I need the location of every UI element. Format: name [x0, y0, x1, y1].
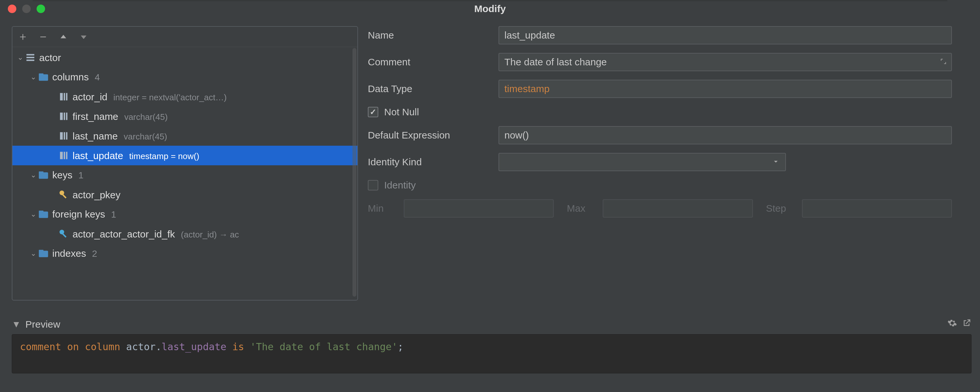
name-label: Name — [368, 30, 492, 41]
datatype-field[interactable]: timestamp — [498, 80, 952, 98]
step-field[interactable] — [802, 199, 952, 218]
minimize-window-button[interactable] — [22, 5, 31, 13]
tree-columns-count: 4 — [95, 72, 100, 82]
zoom-window-button[interactable] — [37, 5, 45, 13]
svg-rect-16 — [64, 152, 65, 159]
svg-rect-4 — [39, 75, 48, 81]
max-field[interactable] — [603, 199, 752, 218]
window-title: Modify — [474, 3, 506, 14]
max-label: Max — [567, 203, 590, 214]
svg-rect-15 — [60, 152, 63, 159]
close-window-button[interactable] — [8, 5, 16, 13]
svg-rect-26 — [39, 251, 48, 257]
svg-rect-2 — [26, 56, 35, 59]
titlebar: Modify — [0, 0, 980, 18]
notnull-checkbox[interactable] — [368, 107, 378, 117]
tree-column-item[interactable]: first_name varchar(45) — [13, 107, 357, 126]
min-field[interactable] — [404, 199, 554, 218]
min-label: Min — [368, 203, 391, 214]
folder-icon — [38, 169, 49, 181]
gear-icon[interactable] — [947, 318, 957, 330]
svg-rect-10 — [64, 113, 65, 120]
folder-icon — [38, 248, 49, 259]
identity-range-row: Min Max Step — [368, 199, 952, 218]
svg-rect-18 — [39, 172, 48, 179]
tree-foreignkey-item[interactable]: actor_actor_actor_id_fk (actor_id) → ac — [13, 224, 357, 244]
open-in-new-icon[interactable] — [962, 318, 972, 330]
column-icon — [58, 111, 69, 122]
svg-rect-9 — [60, 113, 63, 120]
svg-rect-0 — [40, 36, 46, 37]
preview-section: ▼ Preview comment on column actor.last_u… — [12, 318, 972, 373]
svg-rect-12 — [60, 132, 63, 140]
svg-rect-6 — [60, 93, 63, 100]
svg-rect-25 — [62, 234, 67, 238]
default-expression-field[interactable]: now() — [498, 126, 952, 144]
svg-rect-21 — [62, 194, 67, 199]
svg-rect-14 — [66, 132, 67, 140]
tree-columns-folder[interactable]: ⌄ columns 4 — [13, 67, 357, 87]
svg-rect-5 — [39, 73, 43, 75]
caret-down-icon[interactable]: ⌄ — [16, 54, 25, 61]
traffic-lights — [8, 5, 45, 13]
foreign-key-icon — [58, 228, 69, 239]
svg-rect-19 — [39, 172, 43, 174]
preview-sql[interactable]: comment on column actor.last_update is '… — [12, 334, 972, 373]
svg-rect-17 — [66, 152, 67, 159]
identity-kind-label: Identity Kind — [368, 156, 492, 167]
caret-down-icon[interactable]: ⌄ — [29, 73, 38, 81]
tree-toolbar — [13, 27, 357, 47]
column-icon — [58, 91, 69, 102]
caret-down-icon[interactable]: ⌄ — [29, 210, 38, 218]
tree-table-node[interactable]: ⌄ actor — [13, 48, 357, 67]
svg-rect-8 — [66, 93, 67, 100]
column-icon — [58, 130, 69, 142]
svg-rect-1 — [26, 54, 35, 56]
structure-tree-panel: ⌄ actor ⌄ columns 4 — [12, 26, 358, 301]
svg-rect-3 — [26, 59, 35, 61]
preview-label: Preview — [25, 319, 60, 330]
preview-header: ▼ Preview — [12, 318, 972, 330]
column-icon — [58, 150, 69, 161]
add-icon[interactable] — [18, 32, 28, 42]
tree-keys-folder[interactable]: ⌄ keys 1 — [13, 165, 357, 185]
tree-key-item[interactable]: actor_pkey — [13, 185, 357, 204]
svg-rect-13 — [64, 132, 65, 140]
table-icon — [25, 52, 36, 63]
folder-icon — [38, 209, 49, 220]
structure-tree[interactable]: ⌄ actor ⌄ columns 4 — [13, 47, 357, 264]
name-field[interactable]: last_update — [498, 26, 952, 45]
expand-icon[interactable] — [940, 56, 947, 68]
svg-rect-11 — [66, 113, 67, 120]
tree-column-item[interactable]: actor_id integer = nextval('actor_act…) — [13, 87, 357, 107]
key-icon — [58, 189, 69, 200]
modify-dialog: Modify — [0, 0, 980, 392]
move-down-icon[interactable] — [78, 32, 89, 42]
tree-column-item[interactable]: last_name varchar(45) — [13, 126, 357, 146]
notnull-label: Not Null — [384, 107, 419, 118]
svg-rect-22 — [39, 212, 48, 218]
caret-down-icon[interactable]: ▼ — [12, 319, 21, 330]
tree-table-name: actor — [39, 52, 61, 63]
remove-icon[interactable] — [38, 32, 48, 42]
default-expression-label: Default Expression — [368, 130, 492, 141]
step-label: Step — [766, 203, 789, 214]
svg-rect-27 — [39, 250, 43, 252]
tree-indexes-folder[interactable]: ⌄ indexes 2 — [13, 244, 357, 263]
caret-down-icon[interactable]: ⌄ — [29, 250, 38, 257]
caret-down-icon[interactable]: ⌄ — [29, 171, 38, 179]
identity-label: Identity — [384, 180, 416, 191]
identity-checkbox[interactable] — [368, 180, 378, 190]
datatype-label: Data Type — [368, 83, 492, 94]
comment-label: Comment — [368, 56, 492, 68]
comment-field[interactable]: The date of last change — [498, 53, 952, 71]
tree-columns-label: columns — [52, 72, 89, 82]
tree-foreignkeys-folder[interactable]: ⌄ foreign keys 1 — [13, 204, 357, 224]
move-up-icon[interactable] — [58, 32, 68, 42]
tree-column-item-selected[interactable]: last_update timestamp = now() — [13, 146, 357, 165]
folder-icon — [38, 72, 49, 83]
svg-rect-7 — [64, 93, 65, 100]
identity-kind-select[interactable] — [498, 153, 786, 171]
svg-rect-23 — [39, 211, 43, 213]
chevron-down-icon — [772, 156, 780, 167]
